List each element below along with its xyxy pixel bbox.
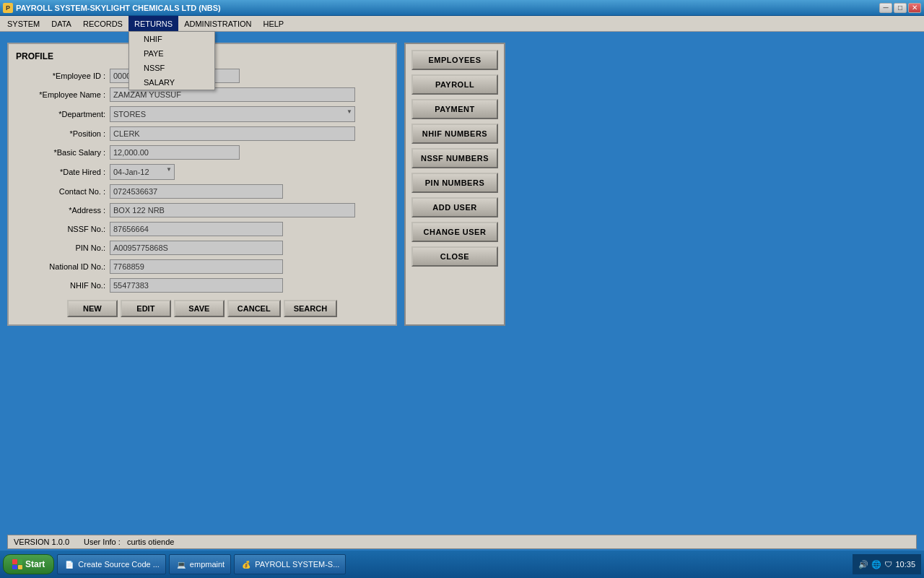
side-panel: EMPLOYEES PAYROLL PAYMENT NHIF NUMBERS N… (404, 43, 505, 326)
taskbar-item-payroll[interactable]: 💰 PAYROLL SYSTEM-S... (234, 554, 346, 574)
windows-logo (12, 559, 22, 569)
app-icon: P (3, 3, 13, 13)
contact-no-label: Contact No. : (16, 187, 110, 196)
position-row: *Position : (16, 126, 388, 141)
clock-time: 10:35 (895, 560, 915, 569)
nssf-numbers-button[interactable]: NSSF NUMBERS (411, 148, 498, 168)
payroll-button[interactable]: PAYROLL (411, 74, 498, 95)
tray-icon-network: 🌐 (871, 560, 881, 569)
user-name: curtis otiende (127, 538, 174, 546)
taskbar-right: 🔊 🌐 🛡 10:35 (853, 554, 921, 574)
title-bar: P PAYROLL SYSTEM-SKYLIGHT CHEMICALS LTD … (0, 0, 924, 16)
department-label: *Department: (16, 110, 110, 118)
date-hired-row: *Date Hired : 04-Jan-12 (16, 164, 388, 180)
start-button[interactable]: Start (3, 554, 54, 574)
department-select-wrapper: STORES (110, 106, 355, 122)
contact-no-input[interactable] (110, 184, 283, 199)
window-controls: ─ □ ✕ (879, 3, 921, 13)
nssf-no-row: NSSF No.: (16, 222, 388, 236)
taskbar-label-create-source-code: Create Source Code ... (78, 560, 160, 569)
tray-icon-sound: 🔊 (858, 560, 868, 569)
taskbar-item-create-source-code[interactable]: 📄 Create Source Code ... (57, 554, 166, 574)
nssf-no-label: NSSF No.: (16, 225, 110, 233)
national-id-label: National ID No.: (16, 262, 110, 271)
pin-numbers-button[interactable]: PIN NUMBERS (411, 173, 498, 193)
employee-name-label: *Employee Name : (16, 90, 110, 99)
logo-quad-3 (12, 565, 17, 570)
edit-button[interactable]: EDIT (121, 300, 171, 317)
tray-icon-shield: 🛡 (884, 560, 892, 569)
save-button[interactable]: SAVE (174, 300, 225, 317)
department-select[interactable]: STORES (110, 106, 355, 122)
taskbar: Start 📄 Create Source Code ... 💻 empmain… (0, 551, 924, 578)
payroll-taskbar-icon: 💰 (240, 558, 252, 570)
nssf-no-input[interactable] (110, 222, 283, 236)
window-title: PAYROLL SYSTEM-SKYLIGHT CHEMICALS LTD (N… (16, 4, 221, 12)
logo-quad-1 (12, 559, 17, 564)
nhif-no-row: NHIF No.: (16, 278, 388, 293)
menu-returns-wrapper: RETURNS NHIF PAYE NSSF SALARY (128, 16, 178, 31)
pin-no-row: PIN No.: (16, 241, 388, 255)
system-tray: 🔊 🌐 🛡 10:35 (853, 554, 921, 574)
basic-salary-row: *Basic Salary : (16, 145, 388, 160)
empmaint-icon: 💻 (175, 558, 187, 570)
employees-button[interactable]: EMPLOYEES (411, 50, 498, 70)
address-input[interactable] (110, 203, 355, 217)
start-label: Start (25, 559, 45, 569)
address-row: *Address : (16, 203, 388, 217)
menu-returns[interactable]: RETURNS (128, 16, 178, 31)
position-input[interactable] (110, 126, 355, 141)
date-hired-select[interactable]: 04-Jan-12 (110, 164, 175, 180)
user-info: User Info : curtis otiende (84, 538, 174, 546)
address-label: *Address : (16, 206, 110, 215)
menu-administration[interactable]: ADMINISTRATION (178, 16, 257, 31)
menu-help[interactable]: HELP (257, 16, 289, 31)
logo-quad-4 (18, 565, 23, 570)
dropdown-nssf[interactable]: NSSF (129, 61, 214, 75)
basic-salary-label: *Basic Salary : (16, 148, 110, 157)
maximize-button[interactable]: □ (894, 3, 907, 13)
taskbar-item-empmaint[interactable]: 💻 empmaint (169, 554, 231, 574)
employee-id-label: *Employee ID : (16, 72, 110, 80)
clock: 10:35 (895, 560, 915, 569)
returns-dropdown: NHIF PAYE NSSF SALARY (128, 31, 215, 90)
menu-data[interactable]: DATA (45, 16, 77, 31)
payment-button[interactable]: PAYMENT (411, 99, 498, 119)
source-code-icon: 📄 (64, 558, 75, 570)
position-label: *Position : (16, 129, 110, 138)
logo-quad-2 (18, 559, 23, 564)
title-bar-left: P PAYROLL SYSTEM-SKYLIGHT CHEMICALS LTD … (3, 3, 221, 13)
version-text: VERSION 1.0.0 (14, 538, 69, 546)
menu-bar: SYSTEM DATA RECORDS RETURNS NHIF PAYE NS… (0, 16, 924, 32)
nhif-no-input[interactable] (110, 278, 283, 293)
national-id-input[interactable] (110, 259, 283, 274)
pin-no-input[interactable] (110, 241, 283, 255)
nhif-no-label: NHIF No.: (16, 281, 110, 290)
user-info-label: User Info : (84, 538, 121, 546)
status-bar: VERSION 1.0.0 User Info : curtis otiende (7, 535, 917, 549)
department-row: *Department: STORES (16, 106, 388, 122)
taskbar-label-empmaint: empmaint (190, 560, 225, 569)
date-hired-label: *Date Hired : (16, 168, 110, 176)
window-close-button[interactable]: ✕ (908, 3, 921, 13)
basic-salary-input[interactable] (110, 145, 240, 160)
minimize-button[interactable]: ─ (879, 3, 892, 13)
dropdown-paye[interactable]: PAYE (129, 46, 214, 61)
change-user-button[interactable]: CHANGE USER (411, 222, 498, 242)
taskbar-label-payroll: PAYROLL SYSTEM-S... (255, 560, 339, 569)
menu-records[interactable]: RECORDS (77, 16, 128, 31)
contact-no-row: Contact No. : (16, 184, 388, 199)
national-id-row: National ID No.: (16, 259, 388, 274)
dropdown-nhif[interactable]: NHIF (129, 32, 214, 46)
add-user-button[interactable]: ADD USER (411, 197, 498, 217)
dropdown-salary[interactable]: SALARY (129, 75, 214, 90)
button-row: NEW EDIT SAVE CANCEL SEARCH (16, 300, 388, 317)
new-button[interactable]: NEW (67, 300, 118, 317)
date-select-wrapper: 04-Jan-12 (110, 164, 175, 180)
nhif-numbers-button[interactable]: NHIF NUMBERS (411, 124, 498, 144)
search-button[interactable]: SEARCH (284, 300, 337, 317)
close-button[interactable]: CLOSE (411, 246, 498, 267)
cancel-button[interactable]: CANCEL (227, 300, 281, 317)
pin-no-label: PIN No.: (16, 243, 110, 252)
menu-system[interactable]: SYSTEM (1, 16, 45, 31)
